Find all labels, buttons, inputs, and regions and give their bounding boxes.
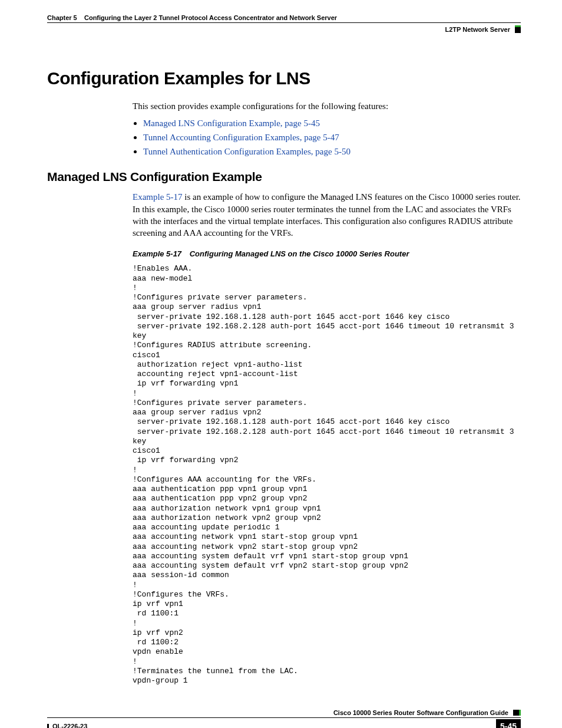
code-block: !Enables AAA. aaa new-model ! !Configure…: [133, 264, 521, 686]
footer-tick-icon: [47, 724, 49, 728]
page-footer: Cisco 10000 Series Router Software Confi…: [47, 709, 521, 728]
xref-link-2[interactable]: Tunnel Accounting Configuration Examples…: [143, 133, 339, 142]
link-list: Managed LNS Configuration Example, page …: [133, 118, 521, 157]
example-title-text: Configuring Managed LNS on the Cisco 100…: [190, 249, 409, 258]
book-title: Cisco 10000 Series Router Software Confi…: [333, 709, 508, 716]
list-item: Tunnel Accounting Configuration Examples…: [143, 132, 521, 143]
example-xref[interactable]: Example 5-17: [133, 192, 183, 202]
intro-paragraph: This section provides example configurat…: [133, 100, 521, 112]
body-paragraph: Example 5-17 is an example of how to con…: [133, 191, 521, 239]
doc-id: OL-2226-23: [52, 723, 87, 728]
list-item: Managed LNS Configuration Example, page …: [143, 118, 521, 129]
section-name: L2TP Network Server: [445, 26, 510, 33]
section-header: L2TP Network Server: [47, 25, 521, 33]
list-item: Tunnel Authentication Configuration Exam…: [143, 146, 521, 157]
xref-link-1[interactable]: Managed LNS Configuration Example, page …: [143, 118, 320, 128]
page-number-badge: 5-45: [496, 719, 521, 728]
footer-accent-icon: [513, 710, 521, 716]
example-label: Example 5-17: [133, 249, 181, 258]
page-heading: Configuration Examples for LNS: [47, 68, 521, 88]
chapter-title: Configuring the Layer 2 Tunnel Protocol …: [84, 14, 337, 21]
body-paragraph-rest: is an example of how to configure the Ma…: [133, 192, 521, 238]
xref-link-3[interactable]: Tunnel Authentication Configuration Exam…: [143, 147, 351, 156]
example-caption: Example 5-17 Configuring Managed LNS on …: [133, 249, 521, 258]
header-accent-icon: [515, 25, 521, 33]
running-header: Chapter 5 Configuring the Layer 2 Tunnel…: [47, 14, 521, 23]
chapter-label: Chapter 5: [47, 14, 77, 21]
section-heading: Managed LNS Configuration Example: [47, 170, 521, 184]
